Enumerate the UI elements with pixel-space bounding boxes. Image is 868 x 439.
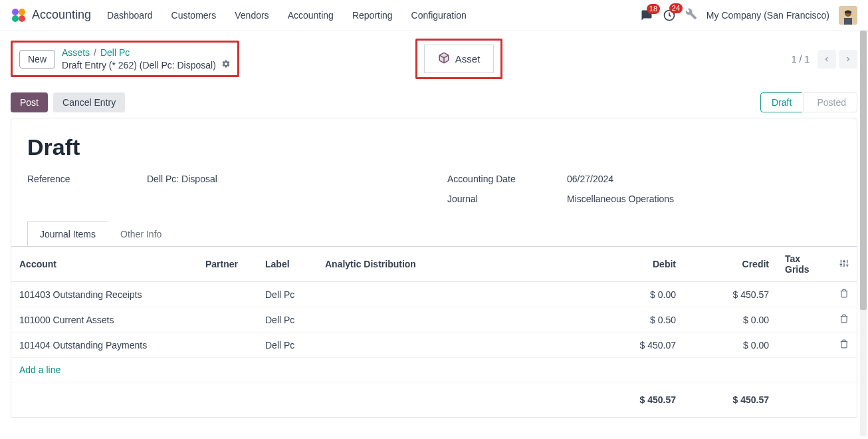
field-journal-label: Journal [447,194,567,204]
tools-icon[interactable] [685,8,697,22]
pager: 1 / 1 [792,50,857,69]
control-bar: New Assets / Dell Pc Draft Entry (* 262)… [0,31,868,87]
field-reference-label: Reference [27,174,147,184]
cell-account[interactable]: 101000 Current Assets [11,307,197,333]
activity-badge: 24 [669,3,683,13]
field-accounting-date-label: Accounting Date [447,174,567,184]
col-analytic[interactable]: Analytic Distribution [317,247,591,282]
breadcrumb: Assets / Dell Pc Draft Entry (* 262) (De… [62,47,231,71]
asset-button-highlight: Asset [415,39,503,79]
action-bar: Post Cancel Entry Draft Posted [0,87,868,118]
cell-tax[interactable] [777,333,830,358]
cell-debit[interactable]: $ 0.00 [591,282,684,307]
nav-accounting[interactable]: Accounting [288,10,334,21]
col-credit[interactable]: Credit [684,247,777,282]
breadcrumb-assets[interactable]: Assets [62,47,90,59]
cell-analytic[interactable] [317,307,591,333]
svg-point-0 [12,9,19,15]
table-row[interactable]: 101000 Current AssetsDell Pc$ 0.50$ 0.00 [11,307,857,333]
cell-partner[interactable] [197,282,257,307]
tabs: Journal Items Other Info [27,221,841,246]
form-sheet: Draft Reference Dell Pc: Disposal Accoun… [11,118,857,418]
col-account[interactable]: Account [11,247,197,282]
trash-icon[interactable] [839,315,849,325]
app-logo-icon[interactable] [11,7,27,23]
asset-button-label: Asset [455,53,481,65]
total-credit: $ 450.57 [684,382,777,418]
scrollbar[interactable] [860,31,867,418]
pager-prev[interactable] [817,50,836,69]
breadcrumb-highlight: New Assets / Dell Pc Draft Entry (* 262)… [11,41,239,76]
gear-icon[interactable] [221,59,231,71]
breadcrumb-separator: / [94,47,96,59]
cell-label[interactable]: Dell Pc [257,282,317,307]
cell-debit[interactable]: $ 0.50 [591,307,684,333]
cell-tax[interactable] [777,307,830,333]
col-tax[interactable]: Tax Grids [777,247,830,282]
cell-partner[interactable] [197,307,257,333]
nav-configuration[interactable]: Configuration [411,10,467,21]
page-title: Draft [27,134,841,160]
col-debit[interactable]: Debit [591,247,684,282]
add-line-link[interactable]: Add a line [19,365,60,375]
cell-label[interactable]: Dell Pc [257,333,317,358]
total-debit: $ 450.57 [591,382,684,418]
app-name[interactable]: Accounting [32,8,91,22]
field-reference-value[interactable]: Dell Pc: Disposal [147,174,217,184]
cell-account[interactable]: 101403 Outstanding Receipts [11,282,197,307]
table-row[interactable]: 101403 Outstanding ReceiptsDell Pc$ 0.00… [11,282,857,307]
status-draft[interactable]: Draft [760,92,808,112]
nav-right: 18 24 My Company (San Francisco) [640,6,857,25]
pager-count[interactable]: 1 / 1 [792,54,810,65]
pager-next[interactable] [839,50,857,69]
user-avatar[interactable] [839,6,857,25]
nav-reporting[interactable]: Reporting [352,10,393,21]
cell-credit[interactable]: $ 450.57 [684,282,777,307]
cell-analytic[interactable] [317,333,591,358]
cell-account[interactable]: 101404 Outstanding Payments [11,333,197,358]
col-label[interactable]: Label [257,247,317,282]
tab-journal-items[interactable]: Journal Items [27,221,108,246]
tab-other-info[interactable]: Other Info [108,221,174,246]
cancel-entry-button[interactable]: Cancel Entry [53,92,125,112]
status-bar: Draft Posted [760,92,857,112]
svg-point-3 [19,15,25,22]
chat-icon[interactable]: 18 [640,9,653,21]
svg-point-2 [12,15,19,22]
breadcrumb-current: Draft Entry (* 262) (Dell Pc: Disposal) [62,59,216,71]
trash-icon[interactable] [839,340,849,351]
box-icon [438,52,450,66]
nav-dashboard[interactable]: Dashboard [107,10,153,21]
col-settings[interactable] [830,247,857,282]
field-grid: Reference Dell Pc: Disposal Accounting D… [27,174,841,214]
cell-tax[interactable] [777,282,830,307]
cell-credit[interactable]: $ 0.00 [684,333,777,358]
status-posted[interactable]: Posted [803,92,857,112]
svg-point-1 [19,9,25,15]
new-button[interactable]: New [19,50,55,69]
nav-customers[interactable]: Customers [171,10,217,21]
field-accounting-date-value[interactable]: 06/27/2024 [567,174,613,184]
journal-items-table: Account Partner Label Analytic Distribut… [11,246,857,417]
top-nav: Accounting Dashboard Customers Vendors A… [0,0,868,31]
asset-button[interactable]: Asset [424,45,494,73]
cell-label[interactable]: Dell Pc [257,307,317,333]
breadcrumb-item[interactable]: Dell Pc [100,47,130,59]
cell-credit[interactable]: $ 0.00 [684,307,777,333]
chat-badge: 18 [647,4,660,14]
post-button[interactable]: Post [11,92,48,112]
cell-debit[interactable]: $ 450.07 [591,333,684,358]
activity-icon[interactable]: 24 [663,9,676,22]
trash-icon[interactable] [839,289,849,300]
nav-vendors[interactable]: Vendors [235,10,269,21]
cell-partner[interactable] [197,333,257,358]
nav-items: Dashboard Customers Vendors Accounting R… [107,10,467,21]
col-partner[interactable]: Partner [197,247,257,282]
company-selector[interactable]: My Company (San Francisco) [706,10,829,21]
table-row[interactable]: 101404 Outstanding PaymentsDell Pc$ 450.… [11,333,857,358]
svg-rect-7 [844,18,852,25]
field-journal-value[interactable]: Miscellaneous Operations [567,194,674,204]
cell-analytic[interactable] [317,282,591,307]
svg-rect-8 [845,11,851,13]
totals-row: $ 450.57 $ 450.57 [11,382,857,418]
